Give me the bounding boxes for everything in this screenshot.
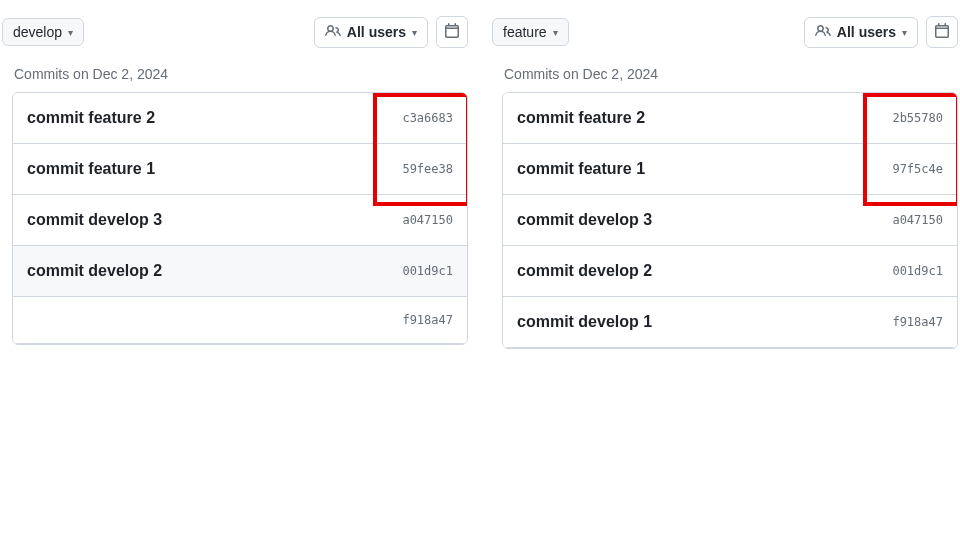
commit-hash[interactable]: 001d9c1 [389, 264, 453, 278]
branch-selector-button[interactable]: develop ▾ [2, 18, 84, 46]
commit-row[interactable]: commit develop 2 001d9c1 [503, 246, 957, 297]
users-filter-label: All users [837, 24, 896, 40]
commit-title: commit develop 3 [27, 211, 162, 229]
commit-hash[interactable]: f918a47 [389, 313, 453, 327]
commit-hash[interactable]: a047150 [879, 213, 943, 227]
commit-title: commit develop 2 [27, 262, 162, 280]
commit-title: commit develop 1 [517, 313, 652, 331]
commit-row[interactable]: commit develop 3 a047150 [13, 195, 467, 246]
users-filter-label: All users [347, 24, 406, 40]
date-picker-button[interactable] [926, 16, 958, 48]
commit-row[interactable]: commit develop 1 f918a47 [503, 297, 957, 348]
commit-title: commit feature 1 [27, 160, 155, 178]
users-filter-button[interactable]: All users ▾ [804, 17, 918, 48]
commit-hash[interactable]: f918a47 [879, 315, 943, 329]
commit-hash[interactable]: 97f5c4e [879, 162, 943, 176]
toolbar-right: All users ▾ [804, 16, 958, 48]
commit-hash[interactable]: 2b55780 [879, 111, 943, 125]
caret-down-icon: ▾ [902, 27, 907, 38]
commit-title: commit feature 1 [517, 160, 645, 178]
panel-right: feature ▾ All users ▾ Commits on Dec [490, 0, 960, 349]
users-filter-button[interactable]: All users ▾ [314, 17, 428, 48]
branch-name: feature [503, 24, 547, 40]
commit-row[interactable]: commit develop 3 a047150 [503, 195, 957, 246]
toolbar-right: All users ▾ [314, 16, 468, 48]
commit-row[interactable]: commit feature 2 2b55780 [503, 93, 957, 144]
people-icon [325, 23, 341, 42]
commit-row[interactable]: commit develop 2 001d9c1 [13, 246, 467, 297]
commit-hash[interactable]: 001d9c1 [879, 264, 943, 278]
commit-list: commit feature 2 2b55780 commit feature … [502, 92, 958, 349]
people-icon [815, 23, 831, 42]
commit-row[interactable]: commit feature 1 97f5c4e [503, 144, 957, 195]
toolbar: develop ▾ All users ▾ [0, 6, 468, 56]
commit-title: commit develop 2 [517, 262, 652, 280]
commit-hash[interactable]: 59fee38 [389, 162, 453, 176]
commit-row[interactable]: f918a47 [13, 297, 467, 344]
commit-hash[interactable]: a047150 [389, 213, 453, 227]
commit-title: commit feature 2 [27, 109, 155, 127]
caret-down-icon: ▾ [553, 27, 558, 38]
commit-title: commit feature 2 [517, 109, 645, 127]
calendar-icon [934, 23, 950, 42]
toolbar: feature ▾ All users ▾ [490, 6, 958, 56]
commit-title: commit develop 3 [517, 211, 652, 229]
panel-left: develop ▾ All users ▾ Commits on Dec [0, 0, 470, 349]
date-picker-button[interactable] [436, 16, 468, 48]
date-heading: Commits on Dec 2, 2024 [504, 66, 960, 82]
caret-down-icon: ▾ [68, 27, 73, 38]
commit-row[interactable]: commit feature 1 59fee38 [13, 144, 467, 195]
calendar-icon [444, 23, 460, 42]
branch-name: develop [13, 24, 62, 40]
branch-selector-button[interactable]: feature ▾ [492, 18, 569, 46]
date-heading: Commits on Dec 2, 2024 [14, 66, 470, 82]
caret-down-icon: ▾ [412, 27, 417, 38]
commit-list: commit feature 2 c3a6683 commit feature … [12, 92, 468, 345]
commit-row[interactable]: commit feature 2 c3a6683 [13, 93, 467, 144]
commit-hash[interactable]: c3a6683 [389, 111, 453, 125]
